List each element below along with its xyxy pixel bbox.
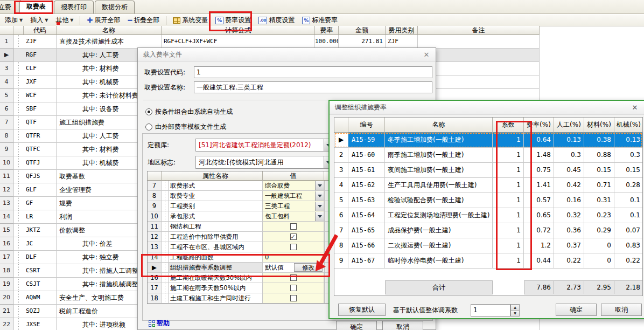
close-icon[interactable]: ✕ xyxy=(630,103,640,113)
add-label: 添加 xyxy=(5,16,18,25)
property-row-14[interactable]: 14工程临路的面数0 xyxy=(148,252,332,263)
ok-button[interactable]: 确定 xyxy=(556,304,597,316)
measure-row-A15-66[interactable]: 8A15-66二次搬运费(一般土建)11.20.3700.83 xyxy=(334,238,642,253)
help-link[interactable]: 帮助 xyxy=(149,319,170,328)
measure-row-A15-59[interactable]: ▶A15-59冬季施工增加费(一般土建)10.640.130.380.13 xyxy=(334,133,642,148)
checkbox-unchecked[interactable] xyxy=(290,274,297,281)
property-value-cell[interactable]: 一般建筑工程 xyxy=(263,191,324,201)
tab-立费[interactable]: 立费 xyxy=(0,1,18,13)
measure-machine-cell: 0.1 xyxy=(614,193,643,208)
property-value-cell[interactable] xyxy=(263,242,324,252)
measure-coef-cell: 1 xyxy=(493,223,524,238)
checkbox-unchecked[interactable] xyxy=(290,295,297,301)
measure-row-A15-67[interactable]: 9A15-67临时停水停电费(一般土建)10.440.2200.22 xyxy=(334,253,642,269)
property-value-cell[interactable]: 0 xyxy=(263,252,324,263)
system-vars-button[interactable]: 系统变量 xyxy=(170,15,211,25)
spinner-down-icon[interactable]: ▼ xyxy=(511,311,519,316)
row-number: 18 xyxy=(0,264,13,278)
collapse-all-button[interactable]: ━ 折叠全部 xyxy=(125,15,162,25)
property-value-cell[interactable] xyxy=(263,283,324,293)
header-material: 材料(%) xyxy=(584,118,614,133)
measure-code-cell: A15-62 xyxy=(348,178,385,193)
chevron-down-icon[interactable] xyxy=(315,181,324,190)
tree-connector xyxy=(162,181,169,191)
chevron-down-icon[interactable] xyxy=(315,212,324,221)
row-marker: 4 xyxy=(334,178,348,193)
coef-spinner[interactable]: ▲ ▼ xyxy=(510,304,520,317)
fee-code-cell: JC xyxy=(24,237,57,251)
measure-row-A15-65[interactable]: 7A15-65成品保护费(一般土建)10.720.360.290.07 xyxy=(334,223,642,238)
measure-name-cell: 雨季施工增加费(一般土建) xyxy=(385,148,493,163)
cancel-button[interactable]: 取消 xyxy=(601,304,642,316)
expand-all-button[interactable]: ✚ 展开全部 xyxy=(84,15,123,25)
ok-button[interactable]: 确定 xyxy=(336,321,377,330)
tree-connector xyxy=(13,116,24,129)
chevron-down-icon[interactable] xyxy=(315,191,324,201)
property-value-cell[interactable] xyxy=(263,273,324,283)
precision-settings-button[interactable]: .00 精度设置 xyxy=(256,15,297,25)
chevron-down-icon[interactable] xyxy=(315,202,324,211)
property-value-cell[interactable] xyxy=(263,222,324,232)
property-value-cell[interactable] xyxy=(263,293,324,304)
expand-all-label: 展开全部 xyxy=(94,16,120,25)
radio-auto-generate[interactable]: 按条件组合由系统自动生成 xyxy=(145,107,233,116)
tab-数据分析[interactable]: 数据分析 xyxy=(95,1,135,13)
system-vars-label: 系统变量 xyxy=(182,16,208,25)
restore-default-button[interactable]: 恢复默认 xyxy=(338,304,386,316)
fee-row-ZJF[interactable]: 1ZJF直接及技术措施性成本RGF+CLF+JXF+WCF100.000271.… xyxy=(0,35,540,49)
property-row-11[interactable]: 11钢结构工程 xyxy=(148,222,332,232)
modify-button[interactable]: 修改 xyxy=(294,263,323,272)
property-value-cell[interactable]: 默认值修改 xyxy=(263,263,324,273)
property-value-cell[interactable] xyxy=(263,232,324,242)
property-row-16[interactable]: 16施工期在取暖期天数50%以内 xyxy=(148,273,332,283)
close-icon[interactable]: ✕ xyxy=(422,50,431,60)
tab-取费表[interactable]: 取费表 xyxy=(19,0,53,13)
measure-rate-cell: 1.2 xyxy=(524,238,554,253)
measure-code-cell: A15-64 xyxy=(348,208,385,223)
header-rate: 费率 xyxy=(315,26,339,35)
radio-external-template[interactable]: 由外部费率模板文件生成 xyxy=(145,122,226,132)
measure-row-A15-62[interactable]: 4A15-62生产工具用具使用费(一般土建)11.410.420.710.28 xyxy=(334,178,642,193)
property-row-8[interactable]: 8取费专业一般建筑工程 xyxy=(148,191,332,201)
tree-connector xyxy=(162,283,169,293)
measure-row-A15-61[interactable]: 3A15-61夜间施工增加费(一般土建)10.750.450.150.15 xyxy=(334,163,642,178)
rate-settings-button[interactable]: % 费率设置 xyxy=(213,15,254,25)
property-row-15[interactable]: ▶组织措施费率系数调整默认值修改 xyxy=(148,263,332,273)
property-row-9[interactable]: 9工程类别三类工程 xyxy=(148,201,332,211)
measure-row-A15-60[interactable]: 2A15-60雨季施工增加费(一般土建)11.480.30.880.3 xyxy=(334,148,642,163)
property-value-cell[interactable]: 三类工程 xyxy=(263,201,324,211)
checkbox-unchecked[interactable] xyxy=(290,223,297,230)
tab-报表打印[interactable]: 报表打印 xyxy=(54,1,94,13)
property-value-cell[interactable]: 包工包料 xyxy=(263,211,324,222)
measure-machine-cell: 0.13 xyxy=(614,133,643,148)
row-marker: 6 xyxy=(334,208,348,223)
checkbox-unchecked[interactable] xyxy=(290,244,297,250)
fee-name-input[interactable]: 一般建筑工程.三类工程 xyxy=(194,81,432,93)
insert-button[interactable]: 插入▼ xyxy=(27,15,51,25)
measure-labor-cell: 0.36 xyxy=(554,223,584,238)
fee-code-cell: RGF xyxy=(24,49,57,62)
checkbox-checked[interactable] xyxy=(290,233,297,240)
standard-rates-button[interactable]: % 标准费率 xyxy=(299,15,340,25)
row-number: 12 xyxy=(0,183,13,197)
property-row-18[interactable]: 18土建工程施工和生产同时进行 xyxy=(148,293,332,304)
quota-lib-select[interactable]: [51]河北省建筑工程消耗量定额(2012) xyxy=(195,139,333,152)
property-row-7[interactable]: 7取费形式综合取费 xyxy=(148,181,332,191)
row-number: 19 xyxy=(0,278,13,291)
property-row-17[interactable]: 17施工期在雨季天数50%以内 xyxy=(148,283,332,293)
cancel-button[interactable]: 取消 xyxy=(382,321,423,330)
property-row-10[interactable]: 10承包形式包工包料 xyxy=(148,211,332,222)
overall-coef-input[interactable]: 1 xyxy=(471,304,510,317)
measure-row-A15-63[interactable]: 5A15-63检验试验配合费(一般土建)10.570.160.310.1 xyxy=(334,193,642,208)
fee-code-input[interactable]: 1 xyxy=(194,66,432,78)
measure-row-A15-64[interactable]: 6A15-64工程定位复测场地清理费(一般土建)10.650.320.230.1 xyxy=(334,208,642,223)
property-row-13[interactable]: 13工程不在市区、县城区域内 xyxy=(148,242,332,252)
property-value-cell[interactable]: 综合取费 xyxy=(263,181,324,191)
spinner-up-icon[interactable]: ▲ xyxy=(511,305,519,311)
region-select[interactable]: 河北传统:[传统模式]河北通用 xyxy=(195,156,333,169)
add-button[interactable]: 添加▼ xyxy=(2,15,25,25)
checkbox-unchecked[interactable] xyxy=(290,285,297,291)
measure-rate-cell: 0.44 xyxy=(524,253,554,269)
property-row-12[interactable]: 12工程造价中扣除甲供费用 xyxy=(148,232,332,242)
other-button[interactable]: 其他▼ xyxy=(53,15,76,25)
